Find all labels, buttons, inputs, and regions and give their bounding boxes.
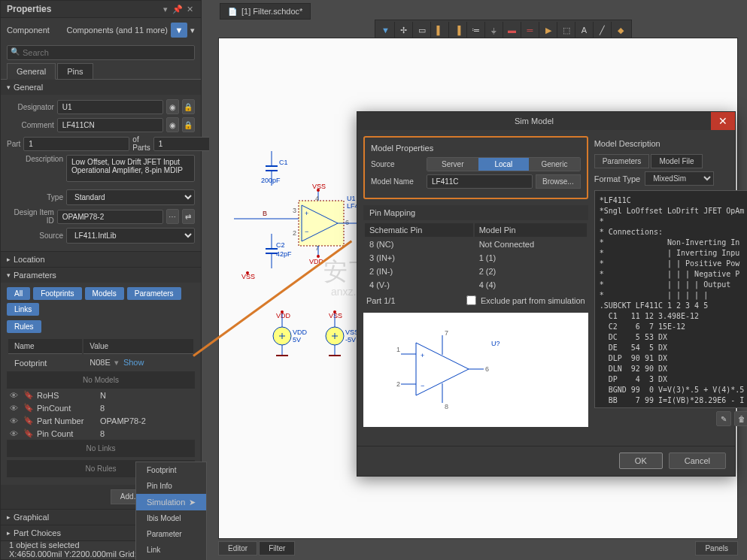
select-tool-icon[interactable]: ▭ [413, 22, 431, 38]
svg-text:C1: C1 [279, 159, 288, 166]
panels-button[interactable]: Panels [695, 541, 738, 555]
bus-tool-icon[interactable]: ═ [521, 22, 539, 38]
menu-pin-info[interactable]: Pin Info [136, 478, 206, 494]
filter-models[interactable]: Models [85, 287, 124, 300]
move-tool-icon[interactable]: ✢ [395, 22, 413, 38]
param-row[interactable]: 👁🔖Part NumberOPAMP78-2 [7, 414, 195, 427]
source-server[interactable]: Server [427, 158, 478, 171]
section-parameters[interactable]: Parameters [1, 268, 201, 283]
browse-button[interactable]: Browse... [536, 174, 581, 189]
exclude-checkbox[interactable] [466, 295, 476, 305]
document-tab[interactable]: [1] Filter.schdoc* [220, 3, 311, 20]
svg-text:4: 4 [315, 195, 319, 202]
menu-simulation[interactable]: Simulation ➤ [136, 494, 206, 510]
part-input[interactable] [23, 137, 129, 151]
pin-row[interactable]: 3 (IN+)1 (1) [365, 252, 587, 264]
format-type-select[interactable]: MixedSim [645, 171, 714, 186]
cancel-button[interactable]: Cancel [669, 453, 726, 469]
svg-text:U?: U? [491, 340, 500, 347]
description-input[interactable]: Low Offset, Low Drift JFET Input Operati… [66, 155, 195, 182]
shape-tool-icon[interactable]: ◆ [612, 22, 630, 38]
text-tool-icon[interactable]: A [575, 22, 594, 38]
designator-label: Designator [7, 103, 54, 111]
pin-row[interactable]: 8 (NC)Not Connected [365, 238, 587, 250]
wire-tool-icon[interactable]: ▬ [503, 22, 521, 38]
tab-editor[interactable]: Editor [218, 541, 257, 555]
comment-input[interactable] [57, 118, 163, 132]
menu-ibis-model[interactable]: Ibis Model [136, 510, 206, 526]
filter-dropdown-icon[interactable]: ▾ [190, 26, 195, 35]
design-item-label: Design Item ID [7, 208, 54, 225]
harness-tool-icon[interactable]: ⬚ [557, 22, 575, 38]
align-tool-icon[interactable]: ▐ [449, 22, 467, 38]
tag-icon: 🔖 [23, 403, 34, 413]
svg-point-34 [246, 271, 249, 274]
ground-tool-icon[interactable]: ⏚ [485, 22, 503, 38]
col-name: Name [8, 339, 82, 354]
visibility-icon[interactable]: ◉ [166, 99, 179, 114]
filter-links[interactable]: Links [7, 303, 39, 316]
dropdown-icon[interactable]: ▾ [160, 4, 171, 14]
tag-icon: 🔖 [23, 428, 34, 438]
filter-tool-icon[interactable]: ▼ [377, 22, 395, 38]
designator-input[interactable] [57, 100, 163, 114]
model-code[interactable]: *LF411C *Sngl LoOffset LoDrift JFET OpAm… [594, 190, 747, 408]
table-row[interactable]: FootprintN08E ▾ Show [8, 356, 193, 370]
net-tool-icon[interactable]: ≔ [467, 22, 485, 38]
tab-pins[interactable]: Pins [57, 63, 93, 79]
filter-button[interactable]: ▼ [171, 23, 187, 38]
param-row[interactable]: 👁🔖PinCount8 [7, 401, 195, 414]
menu-link[interactable]: Link [136, 542, 206, 558]
type-select[interactable]: Standard [66, 189, 195, 205]
show-link[interactable]: Show [123, 358, 144, 367]
line-tool-icon[interactable]: ╱ [594, 22, 612, 38]
tab-parameters[interactable]: Parameters [594, 154, 650, 168]
svg-text:+: + [305, 210, 308, 217]
eye-icon[interactable]: 👁 [10, 416, 20, 425]
pin-icon[interactable]: 📌 [172, 4, 183, 14]
param-row[interactable]: 👁🔖Pin Count8 [7, 427, 195, 440]
eye-icon[interactable]: 👁 [10, 429, 20, 438]
align-left-icon[interactable]: ▌ [431, 22, 449, 38]
section-location[interactable]: Location [1, 252, 201, 267]
swap-icon[interactable]: ⇄ [182, 209, 195, 224]
ok-button[interactable]: OK [619, 453, 663, 469]
pin-row[interactable]: 4 (V-)4 (4) [365, 279, 587, 291]
design-item-input[interactable] [57, 210, 163, 224]
close-button[interactable]: ✕ [711, 112, 735, 130]
more-icon[interactable]: ⋯ [166, 209, 179, 224]
part-label: Part [7, 140, 20, 148]
search-input[interactable] [7, 45, 195, 60]
eye-icon[interactable]: 👁 [10, 391, 20, 400]
eye-icon[interactable]: 👁 [10, 404, 20, 413]
close-icon[interactable]: ✕ [184, 4, 195, 14]
delete-icon[interactable]: 🗑 [734, 411, 747, 426]
model-name-input[interactable] [427, 174, 533, 189]
edit-icon[interactable]: ✎ [716, 411, 731, 426]
pin-row[interactable]: 2 (IN-)2 (2) [365, 265, 587, 277]
source-select[interactable]: LF411.IntLib [66, 228, 195, 244]
svg-text:2: 2 [293, 229, 296, 237]
section-general[interactable]: General [1, 80, 201, 95]
param-row[interactable]: 👁🔖RoHSN [7, 389, 195, 401]
tab-general[interactable]: General [7, 63, 56, 80]
svg-text:1: 1 [396, 346, 400, 353]
port-tool-icon[interactable]: ▶ [539, 22, 557, 38]
menu-parameter[interactable]: Parameter [136, 526, 206, 542]
tab-model-file[interactable]: Model File [651, 154, 702, 168]
menu-footprint[interactable]: Footprint [136, 462, 206, 478]
no-links: No Links [7, 440, 195, 457]
filter-footprints[interactable]: Footprints [33, 287, 81, 300]
visibility-icon[interactable]: ◉ [166, 117, 179, 132]
source-generic[interactable]: Generic [529, 158, 580, 171]
filter-rules[interactable]: Rules [7, 320, 41, 333]
source-local[interactable]: Local [478, 158, 530, 171]
lock-icon[interactable]: 🔒 [182, 99, 195, 114]
pin-mapping-header[interactable]: Pin Mapping [363, 205, 588, 220]
tab-filter[interactable]: Filter [259, 541, 295, 555]
source-label: Source [371, 160, 424, 168]
filter-all[interactable]: All [7, 287, 30, 300]
footprint-label: Footprint [14, 359, 47, 368]
lock-icon[interactable]: 🔒 [182, 117, 195, 132]
filter-parameters[interactable]: Parameters [127, 287, 181, 300]
